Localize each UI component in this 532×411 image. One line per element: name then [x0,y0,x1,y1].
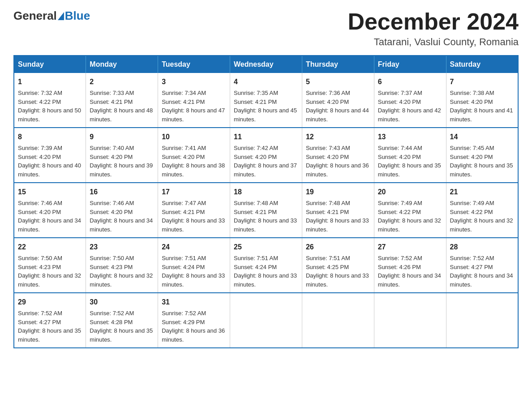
table-row: 7Sunrise: 7:38 AMSunset: 4:20 PMDaylight… [446,73,518,128]
daylight-text: Daylight: 8 hours and 33 minutes. [234,216,298,234]
day-number: 31 [162,297,226,308]
day-number: 20 [378,187,442,197]
daylight-text: Daylight: 8 hours and 36 minutes. [162,326,226,344]
day-number: 1 [18,77,82,87]
table-row: 12Sunrise: 7:43 AMSunset: 4:20 PMDayligh… [302,128,374,183]
sunrise-text: Sunrise: 7:49 AM [450,199,514,208]
day-number: 22 [18,242,82,253]
calendar-week-row: 29Sunrise: 7:52 AMSunset: 4:27 PMDayligh… [14,293,518,348]
sunrise-text: Sunrise: 7:46 AM [18,199,82,208]
calendar-body: 1Sunrise: 7:32 AMSunset: 4:22 PMDaylight… [14,73,518,348]
sunrise-text: Sunrise: 7:51 AM [234,254,298,263]
table-row: 19Sunrise: 7:48 AMSunset: 4:21 PMDayligh… [302,183,374,238]
sunset-text: Sunset: 4:24 PM [162,263,226,272]
sunrise-text: Sunrise: 7:33 AM [90,89,154,98]
table-row: 31Sunrise: 7:52 AMSunset: 4:29 PMDayligh… [158,293,230,348]
table-row [446,293,518,348]
sunset-text: Sunset: 4:20 PM [450,153,514,162]
table-row: 25Sunrise: 7:51 AMSunset: 4:24 PMDayligh… [230,238,302,293]
sunrise-text: Sunrise: 7:37 AM [378,89,442,98]
day-number: 24 [162,242,226,253]
table-row [230,293,302,348]
table-row: 24Sunrise: 7:51 AMSunset: 4:24 PMDayligh… [158,238,230,293]
day-number: 4 [234,77,298,87]
table-row: 26Sunrise: 7:51 AMSunset: 4:25 PMDayligh… [302,238,374,293]
table-row [302,293,374,348]
day-number: 23 [90,242,154,253]
logo-general-text: General [13,9,57,23]
sunset-text: Sunset: 4:20 PM [90,153,154,162]
day-number: 3 [162,77,226,87]
sunrise-text: Sunrise: 7:51 AM [162,254,226,263]
daylight-text: Daylight: 8 hours and 33 minutes. [306,216,370,234]
daylight-text: Daylight: 8 hours and 33 minutes. [234,271,298,289]
sunset-text: Sunset: 4:20 PM [18,153,82,162]
sunrise-text: Sunrise: 7:48 AM [306,199,370,208]
daylight-text: Daylight: 8 hours and 35 minutes. [378,161,442,179]
table-row: 22Sunrise: 7:50 AMSunset: 4:23 PMDayligh… [14,238,86,293]
logo-blue-text: Blue [65,9,90,23]
title-section: December 2024 Tatarani, Vaslui County, R… [348,9,519,48]
day-number: 9 [90,132,154,142]
col-wednesday: Wednesday [230,56,302,73]
day-number: 12 [306,132,370,142]
sunrise-text: Sunrise: 7:49 AM [378,199,442,208]
daylight-text: Daylight: 8 hours and 50 minutes. [18,106,82,124]
table-row: 28Sunrise: 7:52 AMSunset: 4:27 PMDayligh… [446,238,518,293]
sunset-text: Sunset: 4:21 PM [162,98,226,107]
sunrise-text: Sunrise: 7:52 AM [18,309,82,318]
calendar-table: Sunday Monday Tuesday Wednesday Thursday… [13,55,519,348]
logo: General Blue [13,9,90,23]
day-number: 11 [234,132,298,142]
table-row: 8Sunrise: 7:39 AMSunset: 4:20 PMDaylight… [14,128,86,183]
sunrise-text: Sunrise: 7:39 AM [18,144,82,153]
daylight-text: Daylight: 8 hours and 34 minutes. [378,271,442,289]
daylight-text: Daylight: 8 hours and 37 minutes. [234,161,298,179]
table-row: 9Sunrise: 7:40 AMSunset: 4:20 PMDaylight… [86,128,158,183]
table-row: 20Sunrise: 7:49 AMSunset: 4:22 PMDayligh… [374,183,446,238]
day-number: 27 [378,242,442,253]
table-row: 14Sunrise: 7:45 AMSunset: 4:20 PMDayligh… [446,128,518,183]
daylight-text: Daylight: 8 hours and 48 minutes. [90,106,154,124]
location-subtitle: Tatarani, Vaslui County, Romania [348,36,519,48]
day-number: 5 [306,77,370,87]
calendar-header: Sunday Monday Tuesday Wednesday Thursday… [14,56,518,73]
table-row: 4Sunrise: 7:35 AMSunset: 4:21 PMDaylight… [230,73,302,128]
daylight-text: Daylight: 8 hours and 35 minutes. [450,161,514,179]
daylight-text: Daylight: 8 hours and 34 minutes. [90,216,154,234]
sunset-text: Sunset: 4:29 PM [162,318,226,327]
col-tuesday: Tuesday [158,56,230,73]
col-thursday: Thursday [302,56,374,73]
sunrise-text: Sunrise: 7:52 AM [378,254,442,263]
daylight-text: Daylight: 8 hours and 34 minutes. [450,271,514,289]
sunrise-text: Sunrise: 7:38 AM [450,89,514,98]
day-number: 18 [234,187,298,197]
day-number: 8 [18,132,82,142]
table-row: 23Sunrise: 7:50 AMSunset: 4:23 PMDayligh… [86,238,158,293]
col-saturday: Saturday [446,56,518,73]
sunrise-text: Sunrise: 7:51 AM [306,254,370,263]
table-row: 11Sunrise: 7:42 AMSunset: 4:20 PMDayligh… [230,128,302,183]
table-row: 15Sunrise: 7:46 AMSunset: 4:20 PMDayligh… [14,183,86,238]
days-of-week-row: Sunday Monday Tuesday Wednesday Thursday… [14,56,518,73]
daylight-text: Daylight: 8 hours and 33 minutes. [162,216,226,234]
day-number: 28 [450,242,514,253]
day-number: 25 [234,242,298,253]
daylight-text: Daylight: 8 hours and 33 minutes. [162,271,226,289]
table-row: 6Sunrise: 7:37 AMSunset: 4:20 PMDaylight… [374,73,446,128]
sunset-text: Sunset: 4:23 PM [90,263,154,272]
sunrise-text: Sunrise: 7:50 AM [18,254,82,263]
table-row: 18Sunrise: 7:48 AMSunset: 4:21 PMDayligh… [230,183,302,238]
logo-triangle-icon [58,12,64,20]
sunrise-text: Sunrise: 7:41 AM [162,144,226,153]
day-number: 29 [18,297,82,308]
day-number: 6 [378,77,442,87]
sunset-text: Sunset: 4:22 PM [378,208,442,217]
sunset-text: Sunset: 4:28 PM [90,318,154,327]
daylight-text: Daylight: 8 hours and 41 minutes. [450,106,514,124]
day-number: 14 [450,132,514,142]
sunrise-text: Sunrise: 7:52 AM [450,254,514,263]
sunset-text: Sunset: 4:21 PM [162,208,226,217]
sunset-text: Sunset: 4:20 PM [234,153,298,162]
sunset-text: Sunset: 4:20 PM [306,153,370,162]
